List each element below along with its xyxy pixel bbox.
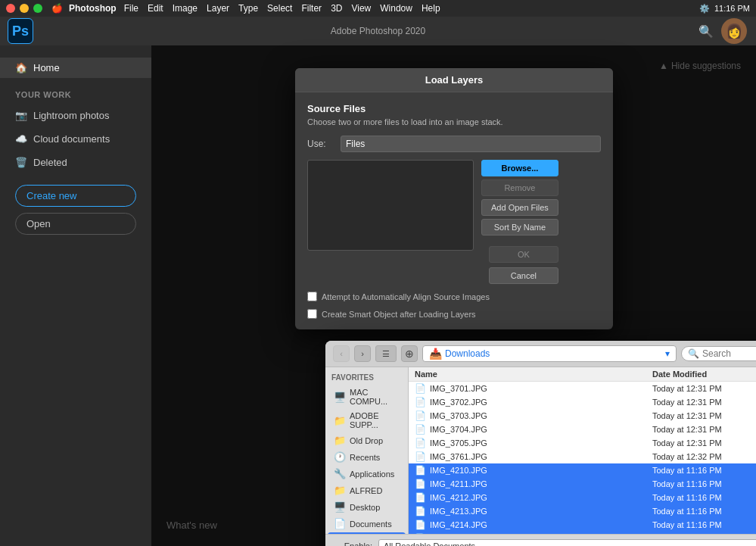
file-row[interactable]: 📄 IMG_3705.JPG Today at 12:31 PM: [409, 436, 756, 450]
fav-old-drop[interactable]: 📁 Old Drop: [328, 432, 406, 448]
file-row[interactable]: 📄 IMG_3761.JPG Today at 12:32 PM: [409, 450, 756, 463]
enable-label: Enable:: [334, 541, 372, 546]
file-row[interactable]: 📄 IMG_4214.JPG Today at 11:16 PM: [409, 518, 756, 532]
ok-cancel-col: OK Cancel: [489, 246, 558, 284]
file-name: IMG_3702.JPG: [430, 398, 652, 407]
menu-edit[interactable]: Edit: [148, 3, 163, 14]
favorites-title: Favorites: [325, 372, 408, 385]
sidebar-item-deleted[interactable]: 🗑️ Deleted: [0, 152, 151, 173]
fav-adobe-supp[interactable]: 📁 ADOBE SUPP...: [328, 409, 406, 432]
dialog-body: Source Files Choose two or more files to…: [295, 92, 613, 329]
create-new-button[interactable]: Create new: [15, 185, 136, 207]
lightroom-icon: 📷: [15, 110, 27, 121]
deleted-icon: 🗑️: [15, 157, 27, 168]
checkbox-smart-row: Create Smart Object after Loading Layers: [307, 309, 601, 319]
menu-type[interactable]: Type: [238, 3, 258, 14]
browse-button[interactable]: Browse...: [481, 160, 558, 176]
close-button[interactable]: [6, 4, 15, 13]
use-row: Use: Files: [307, 136, 601, 152]
align-checkbox[interactable]: [307, 292, 317, 301]
enable-row: Enable: All Readable Documents: [334, 539, 756, 546]
nav-forward-button[interactable]: ›: [354, 345, 371, 362]
fav-documents[interactable]: 📄 Documents: [328, 516, 406, 532]
control-center-icon[interactable]: ⚙️: [699, 4, 710, 14]
main-layout: 🏠 Home Your Work 📷 Lightroom photos ☁️ C…: [0, 45, 756, 546]
add-open-files-button[interactable]: Add Open Files: [481, 199, 558, 216]
main-content: ▲ Hide suggestions Load Layers Source Fi…: [151, 45, 756, 546]
file-date: Today at 11:16 PM: [652, 479, 743, 488]
menu-filter[interactable]: Filter: [301, 3, 322, 14]
action-button[interactable]: ⊕: [401, 345, 418, 362]
menu-window[interactable]: Window: [380, 3, 412, 14]
menu-items: File Edit Image Layer Type Select Filter…: [124, 3, 440, 14]
file-row[interactable]: 📄 IMG_3703.JPG Today at 12:31 PM: [409, 409, 756, 423]
dialog-title: Load Layers: [295, 68, 613, 92]
search-bar[interactable]: 🔍: [681, 346, 756, 361]
file-list[interactable]: [307, 160, 474, 251]
file-icon: 📄: [415, 397, 426, 407]
col-date: Date Modified: [652, 370, 743, 379]
file-row[interactable]: 📄 IMG_4213.JPG Today at 11:16 PM: [409, 504, 756, 518]
documents-icon: 📄: [334, 518, 346, 529]
remove-button[interactable]: Remove: [481, 179, 558, 196]
file-row[interactable]: 📄 IMG_4215.JPG Today at 11:16 PM: [409, 532, 756, 534]
search-input[interactable]: [702, 348, 756, 359]
file-row[interactable]: 📄 IMG_3702.JPG Today at 12:31 PM: [409, 395, 756, 409]
menu-select[interactable]: Select: [267, 3, 292, 14]
minimize-button[interactable]: [20, 4, 29, 13]
sort-by-name-button[interactable]: Sort By Name: [481, 219, 558, 236]
menu-help[interactable]: Help: [422, 3, 440, 14]
file-row[interactable]: 📄 IMG_3701.JPG Today at 12:31 PM: [409, 382, 756, 395]
ok-button[interactable]: OK: [489, 246, 558, 263]
adobe-icon: 📁: [334, 415, 346, 426]
file-icon: 📄: [415, 506, 426, 516]
sidebar-item-cloud[interactable]: ☁️ Cloud documents: [0, 129, 151, 149]
sidebar-item-home[interactable]: 🏠 Home: [0, 58, 151, 78]
menu-file[interactable]: File: [124, 3, 138, 14]
fav-mac-compu[interactable]: 🖥️ MAC COMPU...: [328, 385, 406, 408]
browser-file-list[interactable]: Name Date Modified Size 📄 IMG_3701.JPG T…: [409, 367, 756, 534]
old-drop-icon: 📁: [334, 435, 346, 446]
file-icon: 📄: [415, 438, 426, 448]
fav-desktop[interactable]: 🖥️ Desktop: [328, 499, 406, 515]
mac-icon: 🖥️: [334, 392, 346, 403]
use-select[interactable]: Files: [341, 136, 601, 152]
menu-view[interactable]: View: [351, 3, 371, 14]
dialog-content-row: Browse... Remove Add Open Files Sort By …: [307, 160, 601, 284]
avatar[interactable]: 👩: [721, 18, 747, 44]
location-text: Downloads: [442, 348, 665, 359]
menu-3d[interactable]: 3D: [331, 3, 342, 14]
cloud-icon: ☁️: [15, 133, 27, 145]
file-date: Today at 12:31 PM: [652, 425, 743, 434]
cancel-button[interactable]: Cancel: [489, 267, 558, 284]
file-row[interactable]: 📄 IMG_4210.JPG Today at 11:16 PM: [409, 463, 756, 477]
view-options-button[interactable]: ☰: [375, 345, 397, 362]
file-row[interactable]: 📄 IMG_4211.JPG Today at 11:16 PM: [409, 477, 756, 491]
fav-applications[interactable]: 🔧 Applications: [328, 466, 406, 482]
sidebar-item-lightroom[interactable]: 📷 Lightroom photos: [0, 105, 151, 126]
maximize-button[interactable]: [33, 4, 42, 13]
file-date: Today at 11:16 PM: [652, 507, 743, 516]
file-name: IMG_4212.JPG: [430, 493, 652, 502]
fav-recents[interactable]: 🕐 Recents: [328, 449, 406, 465]
location-bar[interactable]: 📥 Downloads ▾: [422, 345, 677, 362]
location-dropdown-icon: ▾: [665, 348, 670, 359]
open-button[interactable]: Open: [15, 213, 136, 235]
fav-downloads[interactable]: ⬇️ Downloads: [328, 532, 406, 534]
fav-alfred[interactable]: 📁 ALFRED: [328, 482, 406, 498]
enable-select[interactable]: All Readable Documents: [378, 539, 756, 546]
apple-icon[interactable]: 🍎: [51, 3, 63, 14]
menu-layer[interactable]: Layer: [207, 3, 229, 14]
search-magnifier-icon: 🔍: [688, 348, 699, 359]
file-row[interactable]: 📄 IMG_4212.JPG Today at 11:16 PM: [409, 491, 756, 504]
search-icon[interactable]: 🔍: [698, 24, 714, 39]
nav-back-button[interactable]: ‹: [333, 345, 350, 362]
smart-object-checkbox[interactable]: [307, 309, 317, 319]
file-icon: 📄: [415, 533, 426, 534]
file-row[interactable]: 📄 IMG_3704.JPG Today at 12:31 PM: [409, 423, 756, 436]
ps-icon: Ps: [8, 18, 33, 44]
location-icon: 📥: [429, 348, 442, 360]
file-icon: 📄: [415, 492, 426, 503]
app-name[interactable]: Photoshop: [69, 3, 117, 14]
menu-image[interactable]: Image: [173, 3, 198, 14]
